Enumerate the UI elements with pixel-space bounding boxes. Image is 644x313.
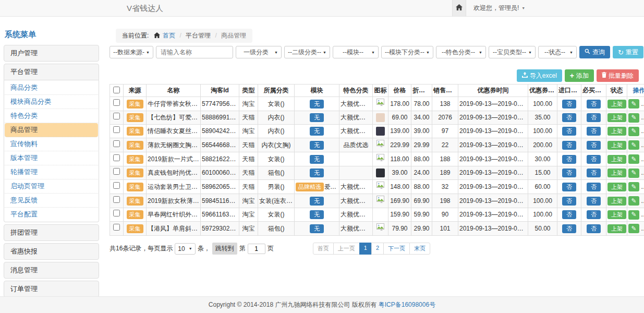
row-checkbox[interactable] xyxy=(113,168,120,175)
per-page-select[interactable]: 10 ▼ xyxy=(175,243,195,255)
must-buy-toggle[interactable]: 否 xyxy=(587,127,601,136)
sidebar-item[interactable]: 宣传物料 xyxy=(5,137,98,151)
sidebar-menu-heading[interactable]: 平台管理 xyxy=(4,64,99,80)
filter-select-3[interactable]: --模块--▼ xyxy=(333,46,379,58)
page-button[interactable]: 上一页 xyxy=(333,243,360,255)
name-search-input[interactable] xyxy=(156,46,233,58)
must-buy-toggle[interactable]: 否 xyxy=(587,155,601,164)
row-checkbox[interactable] xyxy=(113,99,120,106)
edit-button[interactable]: ✎ xyxy=(628,182,639,191)
module-badge[interactable]: 无 xyxy=(310,197,324,206)
must-buy-toggle[interactable]: 否 xyxy=(587,168,601,177)
module-badge[interactable]: 无 xyxy=(310,210,324,219)
must-buy-toggle[interactable]: 否 xyxy=(587,197,601,206)
import-select-toggle[interactable]: 否 xyxy=(562,113,576,122)
search-button[interactable]: 查询 xyxy=(579,46,610,58)
jump-button[interactable]: 跳转到 xyxy=(212,243,237,255)
edit-button[interactable]: ✎ xyxy=(628,127,639,136)
module-badge[interactable]: 无 xyxy=(310,141,324,150)
sidebar-menu-heading[interactable]: 用户管理 xyxy=(4,45,99,62)
import-select-toggle[interactable]: 否 xyxy=(562,127,576,136)
sidebar-item[interactable]: 商品管理 xyxy=(5,123,98,137)
sidebar-item[interactable]: 版本管理 xyxy=(5,151,98,165)
must-buy-toggle[interactable]: 否 xyxy=(587,113,601,122)
import-select-toggle[interactable]: 否 xyxy=(562,141,576,150)
filter-select-4[interactable]: --模块下分类--▼ xyxy=(381,46,433,58)
status-toggle[interactable]: 上架 xyxy=(607,224,626,233)
sidebar-item[interactable]: 平台配置 xyxy=(5,208,98,221)
row-checkbox[interactable] xyxy=(113,126,120,133)
filter-select-7[interactable]: --状态--▼ xyxy=(538,46,577,58)
edit-button[interactable]: ✎ xyxy=(628,99,639,109)
user-menu[interactable]: 欢迎您，管理员! ▼ xyxy=(473,4,525,13)
edit-button[interactable]: ✎ xyxy=(628,210,639,220)
edit-button[interactable]: ✎ xyxy=(628,113,639,123)
import-select-toggle[interactable]: 否 xyxy=(562,224,576,233)
must-buy-toggle[interactable]: 否 xyxy=(587,100,601,109)
must-buy-toggle[interactable]: 否 xyxy=(587,141,601,150)
jump-page-input[interactable] xyxy=(248,244,265,254)
page-button[interactable]: 首页 xyxy=(313,243,334,255)
import-select-toggle[interactable]: 否 xyxy=(562,197,576,206)
status-toggle[interactable]: 上架 xyxy=(607,113,626,122)
sidebar-menu-heading[interactable]: 订单管理 xyxy=(4,281,99,296)
module-badge[interactable]: 品牌精选 xyxy=(296,183,324,191)
select-all-checkbox[interactable] xyxy=(113,87,120,93)
sidebar-item[interactable]: 启动页管理 xyxy=(5,179,98,194)
page-button[interactable]: 1 xyxy=(359,243,372,255)
must-buy-toggle[interactable]: 否 xyxy=(587,210,601,219)
filter-select-5[interactable]: --特色分类--▼ xyxy=(436,46,486,58)
sidebar-item[interactable]: 商品分类 xyxy=(5,81,98,95)
row-checkbox[interactable] xyxy=(113,196,120,203)
page-button[interactable]: 2 xyxy=(371,243,384,255)
page-button[interactable]: 下一页 xyxy=(383,243,410,255)
sidebar-item[interactable]: 模块商品分类 xyxy=(5,95,98,109)
sidebar-item[interactable]: 特色分类 xyxy=(5,109,98,123)
add-button[interactable]: + 添加 xyxy=(565,69,594,82)
filter-select-6[interactable]: --宝贝类型--▼ xyxy=(489,46,536,58)
must-buy-toggle[interactable]: 否 xyxy=(587,183,601,191)
status-toggle[interactable]: 上架 xyxy=(607,100,626,109)
status-toggle[interactable]: 上架 xyxy=(607,197,626,206)
edit-button[interactable]: ✎ xyxy=(628,140,639,150)
module-badge[interactable]: 无 xyxy=(310,100,324,109)
module-badge[interactable]: 无 xyxy=(310,224,324,233)
sidebar-item[interactable]: 轮播管理 xyxy=(5,165,98,179)
row-checkbox[interactable] xyxy=(113,140,120,147)
module-badge[interactable]: 无 xyxy=(310,168,324,177)
page-button[interactable]: 末页 xyxy=(409,243,430,255)
batch-delete-button[interactable]: 批量删除 xyxy=(597,69,639,82)
edit-button[interactable]: ✎ xyxy=(628,196,639,206)
icp-link[interactable]: 粤ICP备16098006号 xyxy=(379,300,435,309)
status-toggle[interactable]: 上架 xyxy=(607,141,626,150)
sidebar-menu-heading[interactable]: 拼团管理 xyxy=(4,224,99,241)
module-badge[interactable]: 无 xyxy=(310,113,324,122)
home-button[interactable] xyxy=(452,0,466,16)
status-toggle[interactable]: 上架 xyxy=(607,183,626,191)
row-checkbox[interactable] xyxy=(113,210,120,216)
edit-button[interactable]: ✎ xyxy=(628,168,639,178)
filter-select-2[interactable]: --二级分类--▼ xyxy=(284,46,330,58)
must-buy-toggle[interactable]: 否 xyxy=(587,224,601,233)
row-checkbox[interactable] xyxy=(113,154,120,161)
reset-button[interactable]: ↻ 重置 xyxy=(613,46,643,58)
row-checkbox[interactable] xyxy=(113,182,120,189)
import-select-toggle[interactable]: 否 xyxy=(562,155,576,164)
edit-button[interactable]: ✎ xyxy=(628,224,639,233)
import-select-toggle[interactable]: 否 xyxy=(562,210,576,219)
edit-button[interactable]: ✎ xyxy=(628,154,639,164)
status-toggle[interactable]: 上架 xyxy=(607,210,626,219)
filter-select-1[interactable]: 一级分类▼ xyxy=(236,46,282,58)
status-toggle[interactable]: 上架 xyxy=(607,155,626,164)
import-select-toggle[interactable]: 否 xyxy=(562,100,576,109)
import-select-toggle[interactable]: 否 xyxy=(562,183,576,191)
row-checkbox[interactable] xyxy=(113,113,120,119)
import-select-toggle[interactable]: 否 xyxy=(562,168,576,177)
sidebar-item[interactable]: 意见反馈 xyxy=(5,194,98,208)
row-checkbox[interactable] xyxy=(113,224,120,231)
import-excel-button[interactable]: 导入excel xyxy=(517,69,562,82)
module-badge[interactable]: 无 xyxy=(310,155,324,164)
module-badge[interactable]: 无 xyxy=(310,127,324,136)
sidebar-menu-heading[interactable]: 省惠快报 xyxy=(4,243,99,260)
sidebar-menu-heading[interactable]: 消息管理 xyxy=(4,262,99,279)
